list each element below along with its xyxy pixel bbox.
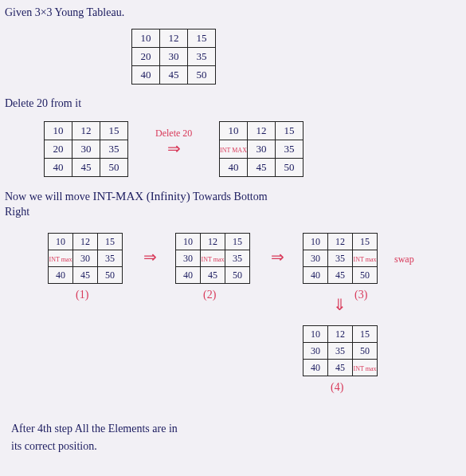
cell: 15	[353, 326, 378, 343]
cell: 12	[201, 234, 225, 250]
footer-line1: After 4th step All the Elements are in	[11, 423, 178, 435]
cell: 45	[73, 267, 98, 284]
cell: 12	[73, 234, 98, 250]
cell: 40	[303, 360, 328, 376]
cell: 40	[303, 267, 328, 284]
arrow-down-icon: ⇓	[333, 295, 347, 314]
cell: 12	[328, 234, 353, 250]
note-part-c: Towards Bottom	[190, 191, 268, 203]
caption-2: (2)	[203, 289, 216, 301]
delete-label: Delete 20	[155, 128, 192, 140]
cell: 12	[160, 30, 188, 48]
cell: 10	[49, 234, 73, 250]
cell: 50	[225, 267, 250, 284]
heading-given: Given 3×3 Young Tableau.	[5, 6, 124, 19]
intmax-label: INT max	[202, 257, 225, 263]
cell: INT max	[353, 360, 378, 376]
cell: 35	[100, 140, 128, 159]
arrow-right-icon: ⇒	[143, 247, 157, 266]
note-move-line1: Now we will move INT-MAX (Infinity) Towa…	[5, 190, 268, 203]
cell: 45	[201, 267, 225, 284]
cell: 12	[72, 122, 100, 140]
cell: 35	[328, 250, 353, 267]
cell: INT MAX	[220, 140, 248, 159]
cell: 50	[276, 159, 303, 177]
cell: 40	[176, 267, 201, 284]
cell: 12	[248, 122, 276, 140]
cell: 10	[176, 234, 201, 250]
cell: 15	[353, 234, 378, 250]
caption-1: (1)	[76, 289, 88, 301]
cell: 45	[328, 360, 353, 376]
cell: 45	[160, 66, 188, 85]
cell: 15	[276, 122, 303, 140]
tableau-before-delete: 101215 203035 404550	[44, 121, 128, 177]
cell: 10	[45, 122, 72, 140]
tableau-initial: 101215 203035 404550	[131, 29, 216, 85]
cell: 35	[98, 250, 123, 267]
cell: 15	[225, 234, 250, 250]
cell: INT max	[353, 250, 378, 267]
swap-label: swap	[394, 254, 414, 266]
cell: 45	[248, 159, 276, 177]
tableau-step3: 101215 3035INT max 404550	[303, 233, 378, 284]
cell: 15	[100, 122, 128, 140]
cell: 35	[225, 250, 250, 267]
cell: 50	[98, 267, 123, 284]
intmax-label: INT MAX	[220, 148, 247, 154]
cell: 40	[45, 159, 72, 177]
cell: 10	[132, 30, 160, 48]
cell: 50	[100, 159, 128, 177]
cell: 10	[303, 234, 328, 250]
cell: 15	[98, 234, 123, 250]
footer-line2: its correct position.	[11, 440, 97, 453]
heading-delete: Delete 20 from it	[5, 97, 81, 110]
cell: INT max	[49, 250, 73, 267]
cell: 50	[353, 267, 378, 284]
cell: 35	[188, 48, 216, 66]
cell: 40	[132, 66, 160, 85]
tableau-step1: 101215 INT max3035 404550	[48, 233, 123, 284]
cell: 20	[45, 140, 72, 159]
cell: 15	[188, 30, 216, 48]
note-part-b: INT-MAX (Infinity)	[92, 190, 190, 203]
cell: 30	[303, 343, 328, 360]
cell: 20	[132, 48, 160, 66]
cell: 10	[303, 326, 328, 343]
cell: 12	[328, 326, 353, 343]
cell: 30	[248, 140, 276, 159]
cell: 50	[353, 343, 378, 360]
cell: 45	[328, 267, 353, 284]
cell: 30	[73, 250, 98, 267]
cell: 40	[49, 267, 73, 284]
cell: 35	[328, 343, 353, 360]
caption-4: (4)	[331, 381, 343, 394]
arrow-right-icon: ⇒	[167, 139, 181, 158]
tableau-step2: 101215 30INT max35 404550	[175, 233, 250, 284]
note-move-line2: Right	[5, 206, 29, 218]
tableau-step4: 101215 303550 4045INT max	[303, 325, 378, 376]
cell: 30	[303, 250, 328, 267]
cell: 50	[188, 66, 216, 85]
intmax-label: INT max	[354, 257, 377, 263]
cell: 30	[160, 48, 188, 66]
tableau-after-delete: 101215 INT MAX3035 404550	[219, 121, 303, 177]
note-part-a: Now we will move	[5, 191, 92, 203]
intmax-label: INT max	[354, 366, 377, 372]
cell: 30	[72, 140, 100, 159]
cell: 10	[220, 122, 248, 140]
cell: INT max	[201, 250, 225, 267]
intmax-label: INT max	[49, 257, 72, 263]
cell: 30	[176, 250, 201, 267]
cell: 40	[220, 159, 248, 177]
caption-3: (3)	[354, 289, 367, 301]
cell: 35	[276, 140, 303, 159]
arrow-right-icon: ⇒	[271, 247, 284, 266]
cell: 45	[72, 159, 100, 177]
